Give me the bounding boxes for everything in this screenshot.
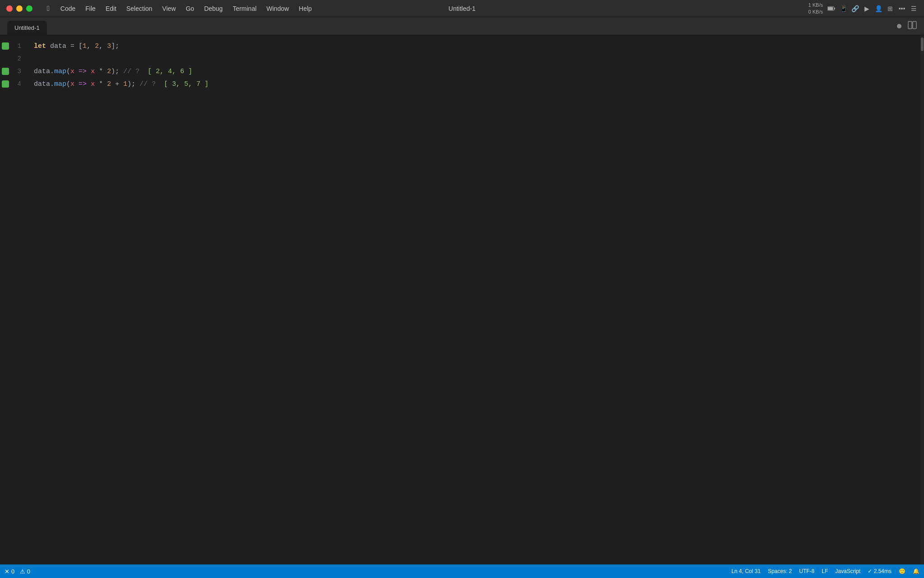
breakpoint-1[interactable]: [2, 42, 9, 50]
menu-edit[interactable]: Edit: [101, 3, 121, 14]
smiley-icon[interactable]: 🙂: [899, 568, 906, 574]
svg-rect-2: [828, 7, 833, 10]
minimize-button[interactable]: [16, 5, 23, 12]
list-icon[interactable]: ☰: [910, 5, 918, 13]
code-line-3: data.map(x => x * 2); // ? [ 2, 4, 6 ]: [25, 65, 924, 78]
gutter-row-3: 3: [0, 65, 25, 78]
link-icon: 🔗: [851, 5, 859, 13]
battery-icon: [827, 5, 836, 13]
gutter-row-4: 4: [0, 78, 25, 90]
close-button[interactable]: [6, 5, 13, 12]
play-icon[interactable]: ▶: [863, 5, 871, 13]
language-mode[interactable]: JavaScript: [835, 568, 860, 574]
menu-view[interactable]: View: [158, 3, 180, 14]
tab-label: Untitled-1: [14, 24, 40, 31]
warning-number: 0: [27, 568, 30, 575]
svg-rect-4: [913, 21, 916, 28]
timing-info: ✓ 2.54ms: [868, 568, 892, 574]
breakpoint-2[interactable]: [2, 55, 9, 62]
menu-terminal[interactable]: Terminal: [228, 3, 261, 14]
title-bar-right: 1 KB/s 0 KB/s 📱 🔗 ▶ 👤 ⊞ •••: [808, 2, 924, 15]
tab-bar: Untitled-1: [0, 17, 924, 35]
menu-file[interactable]: File: [81, 3, 100, 14]
error-count[interactable]: ✕ 0 ⚠ 0: [5, 568, 30, 575]
error-number: 0: [11, 568, 14, 575]
menu-debug[interactable]: Debug: [199, 3, 227, 14]
breakpoint-3[interactable]: [2, 68, 9, 75]
line-number-4: 4: [11, 80, 25, 88]
bell-icon[interactable]: 🔔: [913, 568, 919, 574]
code-content[interactable]: let data = [1, 2, 3]; data.map(x => x * …: [25, 35, 924, 564]
status-left: ✕ 0 ⚠ 0: [5, 568, 30, 575]
scrollbar-thumb[interactable]: [921, 37, 924, 51]
editor-container: Untitled-1 1 2 3: [0, 17, 924, 564]
code-line-1: let data = [1, 2, 3];: [25, 40, 924, 52]
code-editor[interactable]: 1 2 3 4 let data = [1, 2, 3];: [0, 35, 924, 564]
person-icon[interactable]: 👤: [874, 5, 882, 13]
svg-rect-3: [908, 21, 912, 28]
menu-code[interactable]: Code: [56, 3, 80, 14]
more-icon[interactable]: •••: [898, 5, 906, 13]
split-editor-icon[interactable]: [908, 20, 917, 32]
line-number-2: 2: [11, 55, 25, 62]
line-gutter: 1 2 3 4: [0, 35, 25, 564]
apple-menu[interactable]: : [42, 3, 55, 14]
code-line-4: data.map(x => x * 2 + 1); // ? [ 3, 5, 7…: [25, 78, 924, 90]
error-icon: ✕: [5, 568, 9, 575]
title-bar-icons: 📱 🔗 ▶ 👤 ⊞ ••• ☰: [827, 5, 918, 13]
grid-icon[interactable]: ⊞: [886, 5, 894, 13]
editor-tab[interactable]: Untitled-1: [7, 21, 47, 35]
gutter-row-1: 1: [0, 40, 25, 52]
menu-help[interactable]: Help: [294, 3, 316, 14]
indent-spaces[interactable]: Spaces: 2: [768, 568, 792, 574]
code-line-2: [25, 52, 924, 65]
maximize-button[interactable]: [26, 5, 32, 12]
cursor-position[interactable]: Ln 4, Col 31: [731, 568, 761, 574]
svg-rect-1: [834, 7, 835, 9]
menu-go[interactable]: Go: [181, 3, 199, 14]
menu-selection[interactable]: Selection: [122, 3, 157, 14]
status-right: Ln 4, Col 31 Spaces: 2 UTF-8 LF JavaScri…: [731, 568, 919, 574]
phone-icon: 📱: [839, 5, 847, 13]
title-bar:  Code File Edit Selection View Go Debug…: [0, 0, 924, 17]
unsaved-indicator: [897, 24, 901, 28]
menu-window[interactable]: Window: [262, 3, 294, 14]
line-number-3: 3: [11, 68, 25, 75]
menu-bar:  Code File Edit Selection View Go Debug…: [42, 3, 808, 14]
gutter-row-2: 2: [0, 52, 25, 65]
warning-icon: ⚠: [20, 568, 25, 575]
traffic-lights: [0, 5, 32, 12]
breakpoint-4[interactable]: [2, 80, 9, 88]
status-bar: ✕ 0 ⚠ 0 Ln 4, Col 31 Spaces: 2 UTF-8 LF …: [0, 564, 924, 578]
scrollbar[interactable]: [920, 35, 924, 564]
file-encoding[interactable]: UTF-8: [799, 568, 814, 574]
window-title: Untitled-1: [448, 5, 476, 12]
line-ending[interactable]: LF: [822, 568, 828, 574]
network-stats: 1 KB/s 0 KB/s: [808, 2, 823, 15]
line-number-1: 1: [11, 42, 25, 50]
